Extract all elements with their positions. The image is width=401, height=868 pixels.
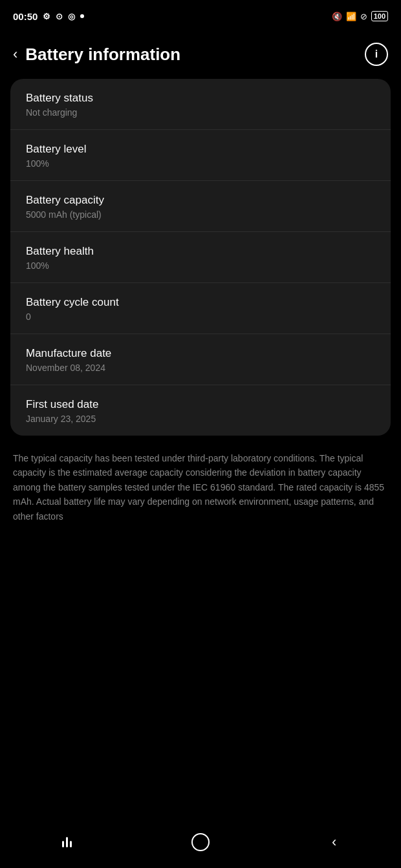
page-title: Battery information — [25, 45, 180, 65]
manufacture-date-row: Manufacture date November 08, 2024 — [10, 334, 391, 385]
back-nav-icon: ‹ — [332, 834, 336, 851]
navigation-bar: ‹ — [0, 821, 401, 868]
battery-health-label: Battery health — [26, 245, 375, 258]
manufacture-date-value: November 08, 2024 — [26, 363, 375, 373]
battery-capacity-value: 5000 mAh (typical) — [26, 209, 375, 220]
battery-info-card: Battery status Not charging Battery leve… — [10, 79, 391, 436]
dot-icon — [80, 14, 84, 18]
page-header: ‹ Battery information i — [0, 31, 401, 79]
recent-apps-icon — [62, 837, 72, 847]
home-button[interactable] — [185, 827, 216, 858]
manufacture-date-label: Manufacture date — [26, 347, 375, 360]
time-display: 00:50 — [13, 11, 38, 22]
home-icon — [191, 833, 210, 851]
settings-icon: ⚙ — [43, 12, 50, 21]
header-left: ‹ Battery information — [10, 43, 180, 65]
info-button[interactable]: i — [365, 43, 388, 66]
status-bar: 00:50 ⚙ ⊙ ◎ 🔇 📶 ⊘ 100 — [0, 0, 401, 31]
back-nav-button[interactable]: ‹ — [319, 827, 350, 858]
battery-health-row: Battery health 100% — [10, 232, 391, 283]
battery-level-value: 100% — [26, 158, 375, 169]
battery-status-label: Battery status — [26, 92, 375, 105]
first-used-date-row: First used date January 23, 2025 — [10, 385, 391, 436]
footer-disclaimer: The typical capacity has been tested und… — [0, 436, 401, 588]
battery-level-row: Battery level 100% — [10, 130, 391, 181]
battery-capacity-row: Battery capacity 5000 mAh (typical) — [10, 181, 391, 232]
battery-cycle-label: Battery cycle count — [26, 296, 375, 309]
wifi-icon: 📶 — [346, 12, 356, 21]
battery-status-row: Battery status Not charging — [10, 79, 391, 130]
mute-icon: 🔇 — [332, 12, 342, 21]
no-signal-icon: ⊘ — [360, 12, 367, 21]
battery-cycle-value: 0 — [26, 312, 375, 322]
first-used-label: First used date — [26, 398, 375, 411]
battery-health-value: 100% — [26, 260, 375, 271]
recent-apps-button[interactable] — [51, 827, 82, 858]
back-button[interactable]: ‹ — [10, 43, 20, 65]
first-used-value: January 23, 2025 — [26, 414, 375, 424]
clock-icon: ◎ — [68, 12, 75, 21]
status-left: 00:50 ⚙ ⊙ ◎ — [13, 11, 84, 22]
battery-status-value: Not charging — [26, 107, 375, 118]
alarm-icon: ⊙ — [56, 12, 63, 21]
battery-capacity-label: Battery capacity — [26, 194, 375, 207]
status-right: 🔇 📶 ⊘ 100 — [332, 11, 388, 21]
battery-cycle-row: Battery cycle count 0 — [10, 283, 391, 334]
battery-level-label: Battery level — [26, 143, 375, 156]
battery-level-indicator: 100 — [371, 11, 388, 21]
